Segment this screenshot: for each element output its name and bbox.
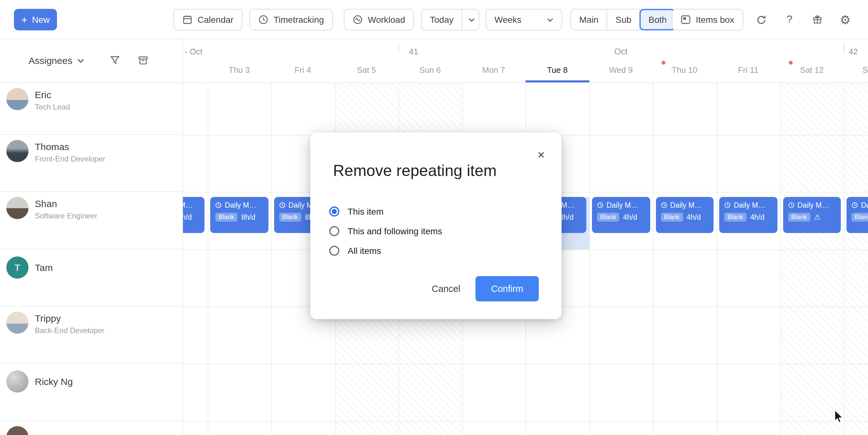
zoom-select[interactable]: Weeks — [486, 9, 562, 30]
segment-sub-label: Sub — [616, 14, 631, 25]
workload-button[interactable]: Workload — [344, 9, 414, 30]
day-label: Thu 3 — [207, 65, 271, 75]
whats-new-button[interactable] — [807, 9, 828, 30]
person-row-eric[interactable]: Eric Tech Lead — [0, 83, 182, 134]
day-label: Sat 5 — [335, 65, 398, 75]
schedule-bar[interactable]: Daily M… Blank8h/d — [210, 197, 268, 233]
radio-option-this-item[interactable]: This item — [329, 205, 442, 218]
assignees-dropdown[interactable]: Assignees — [29, 55, 72, 66]
radio-selected-icon[interactable] — [329, 207, 339, 217]
day-label: Thu 10 — [653, 65, 716, 75]
bar-title: Daily M… — [183, 201, 193, 209]
today-control: Today — [421, 9, 479, 30]
gear-icon: ⚙ — [840, 12, 850, 27]
bar-hours: 8h/d — [183, 213, 192, 221]
blank-tag: Blank — [661, 213, 683, 222]
person-text: Thomas Front-End Developer — [35, 139, 105, 191]
timetracking-button-label: Timetracking — [274, 14, 324, 25]
calendar-button[interactable]: Calendar — [174, 9, 243, 30]
bar-title: Daily M… — [225, 201, 256, 209]
column-gridline — [844, 83, 844, 435]
holiday-dot — [661, 61, 665, 65]
column-gridline — [716, 83, 717, 435]
bar-title: Daily M… — [861, 201, 868, 209]
radio-group: This item This and following items All i… — [329, 205, 442, 264]
person-name: Thomas — [35, 140, 105, 152]
person-row-tam[interactable]: T Tam — [0, 249, 182, 306]
person-text: Shan Software Engineer — [35, 196, 97, 249]
radio-icon[interactable] — [329, 226, 339, 236]
plus-icon: + — [21, 14, 28, 25]
day-label: Mon 7 — [462, 65, 526, 75]
avatar-initial: T — [14, 262, 20, 273]
segment-main[interactable]: Main — [571, 9, 608, 30]
person-name: Trippy — [35, 312, 104, 324]
new-button[interactable]: + New — [14, 9, 57, 30]
weekend-hatch — [780, 83, 844, 435]
person-name: Shan — [35, 197, 97, 209]
radio-option-all-items[interactable]: All items — [329, 244, 442, 257]
clock-icon — [597, 202, 603, 208]
bar-title: Daily M… — [670, 201, 702, 209]
person-row-shan[interactable]: Shan Software Engineer — [0, 191, 182, 249]
blank-tag: Blank — [597, 213, 619, 222]
radio-option-label: This item — [348, 207, 384, 217]
person-row-ricky[interactable]: Ricky Ng — [0, 363, 182, 421]
column-gridline — [589, 83, 590, 435]
chevron-down-icon[interactable] — [77, 58, 84, 63]
week-number: 41 — [409, 47, 418, 56]
bar-hours: 8h/d — [241, 213, 255, 221]
help-button[interactable]: ? — [779, 9, 800, 30]
person-row-trippy[interactable]: Trippy Back-End Developer — [0, 306, 182, 363]
schedule-bar[interactable]: Daily M… Blank4h/d — [656, 197, 714, 233]
items-box-icon — [681, 14, 691, 25]
schedule-bar[interactable]: Daily M… Blank4h/d — [592, 197, 650, 233]
cancel-button[interactable]: Cancel — [428, 276, 464, 301]
today-button[interactable]: Today — [422, 9, 462, 30]
segment-sub[interactable]: Sub — [608, 9, 641, 30]
radio-option-this-and-following[interactable]: This and following items — [329, 225, 442, 238]
day-label-today: Tue 8 — [526, 65, 589, 75]
today-button-label: Today — [430, 14, 454, 25]
column-gridline — [653, 83, 653, 435]
screen: + New Calendar Timetracking Workload Tod… — [0, 0, 868, 435]
schedule-bar[interactable]: Daily M… Blank⚠ — [783, 197, 841, 233]
warning-icon: ⚠ — [814, 213, 821, 221]
mouse-cursor — [831, 408, 846, 425]
confirm-button[interactable]: Confirm — [475, 276, 539, 301]
segment-both-label: Both — [649, 14, 667, 25]
clock-icon — [788, 202, 794, 208]
calendar-icon — [182, 14, 192, 25]
refresh-button[interactable] — [750, 9, 772, 30]
person-row-thomas[interactable]: Thomas Front-End Developer — [0, 134, 182, 191]
close-button[interactable]: ✕ — [537, 150, 545, 160]
person-role: Software Engineer — [35, 211, 97, 220]
timetracking-button[interactable]: Timetracking — [249, 9, 333, 30]
workload-icon — [353, 14, 363, 25]
avatar — [6, 311, 29, 333]
schedule-bar[interactable]: Daily M… Blank8h/d — [183, 197, 205, 233]
bar-title: Daily M… — [607, 201, 638, 209]
settings-button[interactable]: ⚙ — [834, 9, 856, 30]
chevron-down-icon — [469, 18, 475, 22]
today-underline — [526, 81, 589, 82]
help-icon: ? — [787, 13, 793, 26]
week-separator — [844, 44, 844, 52]
radio-option-label: This and following items — [348, 226, 442, 236]
today-dropdown-toggle[interactable] — [462, 9, 482, 30]
schedule-bar[interactable]: Daily M… Blank — [846, 197, 868, 233]
archive-button[interactable] — [138, 56, 148, 65]
day-label: Sun 6 — [398, 65, 462, 75]
schedule-bar[interactable]: Daily M… Blank4h/d — [719, 197, 777, 233]
person-text: Eric Tech Lead — [35, 88, 70, 134]
row-gridline — [183, 363, 868, 364]
person-name: Tam — [35, 256, 53, 278]
dialog-title: Remove repeating item — [333, 161, 497, 180]
items-box-button[interactable]: Items box — [672, 9, 743, 30]
app-window: + New Calendar Timetracking Workload Tod… — [0, 0, 868, 435]
view-segment-control: Main Sub Both — [570, 9, 676, 30]
radio-icon[interactable] — [329, 246, 339, 256]
segment-both[interactable]: Both — [640, 9, 676, 30]
bar-hours: 4h/d — [750, 213, 765, 221]
filter-button[interactable] — [110, 56, 120, 65]
